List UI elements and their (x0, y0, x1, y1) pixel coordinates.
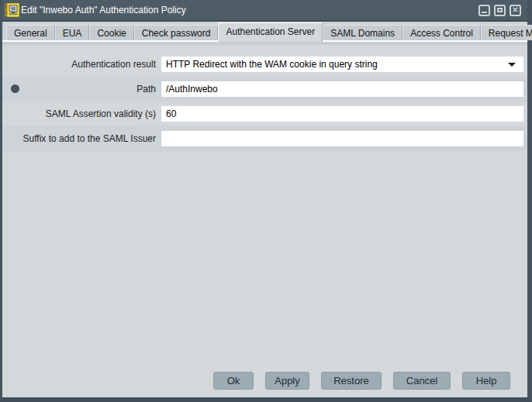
bullet-indicator-icon (11, 84, 19, 93)
settings-form: Authentication result HTTP Redirect with… (2, 45, 527, 151)
tab-cookie[interactable]: Cookie (89, 25, 133, 40)
minimize-icon (482, 12, 487, 13)
authentication-result-value: HTTP Redirect with the WAM cookie in que… (166, 59, 505, 70)
authentication-result-label: Authentication result (2, 59, 161, 70)
authentication-result-row: Authentication result HTTP Redirect with… (2, 52, 527, 77)
dropdown-arrow-icon[interactable] (508, 63, 516, 67)
saml-suffix-row: Suffix to add to the SAML Issuer (2, 126, 527, 151)
authentication-result-select[interactable]: HTTP Redirect with the WAM cookie in que… (161, 57, 523, 72)
tab-access-control[interactable]: Access Control (402, 25, 481, 40)
dialog-buttons: Ok Apply Restore Cancel Help (213, 372, 510, 390)
tab-bar: General EUA Cookie Check password Authen… (2, 22, 527, 42)
tab-request-manager[interactable]: Request Manager (481, 25, 532, 40)
saml-suffix-label: Suffix to add to the SAML Issuer (2, 133, 161, 144)
window-controls: ✕ (478, 5, 521, 16)
close-icon: ✕ (512, 6, 518, 14)
tab-authentication-server[interactable]: Authentication Server (218, 22, 323, 42)
tab-panel-authentication-server: Authentication result HTTP Redirect with… (2, 42, 527, 397)
close-button[interactable]: ✕ (510, 5, 521, 16)
path-row: Path (2, 77, 527, 101)
ok-button[interactable]: Ok (213, 372, 254, 390)
maximize-button[interactable] (494, 5, 506, 16)
dialog-window: Edit "Inwebo Auth" Authentication Policy… (0, 0, 532, 402)
apply-button[interactable]: Apply (265, 372, 309, 390)
path-field[interactable] (161, 81, 523, 97)
tab-general[interactable]: General (6, 25, 55, 40)
path-label: Path (2, 84, 161, 94)
window-title: Edit "Inwebo Auth" Authentication Policy (21, 5, 478, 15)
saml-validity-label: SAML Assertion validity (s) (2, 108, 161, 119)
title-bar: Edit "Inwebo Auth" Authentication Policy… (2, 0, 527, 22)
minimize-button[interactable] (478, 5, 490, 16)
saml-validity-field[interactable] (161, 106, 523, 122)
saml-suffix-field[interactable] (161, 131, 523, 146)
app-icon (5, 3, 19, 17)
tab-check-password[interactable]: Check password (134, 25, 219, 40)
tab-eua[interactable]: EUA (55, 25, 90, 40)
saml-validity-row: SAML Assertion validity (s) (2, 101, 527, 126)
help-button[interactable]: Help (462, 372, 510, 390)
restore-button[interactable]: Restore (321, 372, 382, 390)
maximize-icon (497, 8, 503, 12)
tab-saml-domains[interactable]: SAML Domains (323, 25, 402, 40)
cancel-button[interactable]: Cancel (393, 372, 451, 390)
